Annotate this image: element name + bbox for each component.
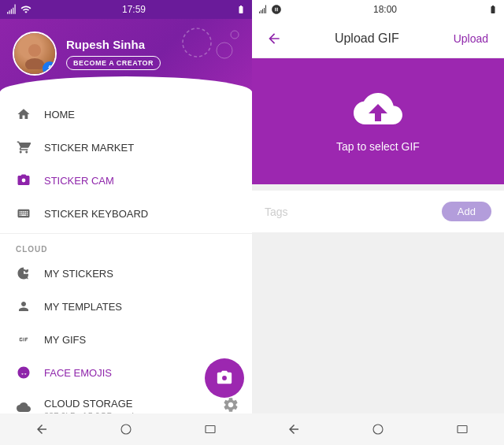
profile-name: Rupesh Sinha (66, 38, 161, 51)
recents-nav-right[interactable] (450, 417, 474, 441)
sidebar-item-my-stickers[interactable]: MY STICKERS (0, 257, 252, 290)
nav-divider-1 (0, 233, 252, 234)
cloud-icon (16, 399, 32, 413)
cloud-storage-label: CLOUD STORAGE (44, 398, 134, 410)
left-panel: 17:59 f Rupesh Sinha BECOME A CREAT (0, 0, 252, 445)
cloud-storage-text: CLOUD STORAGE 887.9kB of 5.0GB used (44, 398, 134, 413)
profile-info: Rupesh Sinha BECOME A CREATOR (66, 38, 161, 70)
right-status-icons (236, 5, 246, 14)
status-bar-right: 18:00 (252, 0, 504, 19)
right-battery-icons (488, 5, 498, 14)
sidebar-item-sticker-keyboard[interactable]: STICKER KEYBOARD (0, 197, 252, 230)
back-button[interactable] (261, 26, 287, 51)
decoration (181, 27, 244, 74)
sticker-cam-label: STICKER CAM (44, 175, 114, 187)
my-stickers-label: MY STICKERS (44, 268, 113, 280)
become-creator-button[interactable]: BECOME A CREATOR (66, 56, 161, 70)
right-panel: 18:00 Upload GIF Upload Tap to select GI… (252, 0, 504, 445)
sidebar-item-sticker-market[interactable]: STICKER MARKET (0, 131, 252, 164)
my-gifs-label: MY GIFS (44, 334, 86, 346)
camera-icon (16, 172, 32, 188)
home-icon (16, 106, 32, 122)
svg-rect-8 (458, 426, 467, 433)
cloud-section-label: CLOUD (0, 237, 252, 257)
svg-point-5 (121, 425, 131, 434)
svg-rect-6 (206, 426, 215, 433)
tap-to-select-text: Tap to select GIF (336, 140, 420, 153)
sidebar-item-my-gifs[interactable]: MY GIFS (0, 323, 252, 356)
my-templates-label: MY TEMPLATES (44, 301, 122, 313)
left-bottom-nav (0, 413, 252, 445)
right-left-icons (258, 4, 282, 15)
add-tags-button[interactable]: Add (442, 202, 491, 221)
sticker-icon (16, 265, 32, 281)
home-nav-right[interactable] (366, 417, 390, 441)
upload-area[interactable]: Tap to select GIF (252, 58, 504, 184)
sticker-market-label: STICKER MARKET (44, 142, 134, 154)
recents-nav-left[interactable] (198, 417, 222, 441)
sidebar-item-sticker-cam[interactable]: STICKER CAM (0, 164, 252, 197)
page-title: Upload GIF (287, 32, 447, 46)
svg-point-2 (231, 31, 239, 39)
fb-badge: f (43, 61, 57, 76)
camera-fab[interactable] (205, 358, 244, 398)
upload-action-button[interactable]: Upload (447, 29, 495, 48)
home-nav-left[interactable] (114, 417, 138, 441)
tags-placeholder: Tags (265, 206, 288, 218)
sticker-keyboard-label: STICKER KEYBOARD (44, 208, 148, 220)
right-content-spacer (252, 232, 504, 413)
upload-gif-header: Upload GIF Upload (252, 19, 504, 58)
cart-icon (16, 139, 32, 155)
cloud-upload-icon (353, 90, 403, 131)
svg-point-0 (183, 28, 211, 57)
keyboard-icon (16, 206, 32, 221)
sidebar-item-my-templates[interactable]: MY TEMPLATES (0, 290, 252, 323)
left-status-icons (6, 4, 32, 15)
right-bottom-nav (252, 413, 504, 445)
avatar: f (13, 32, 57, 76)
person-icon (16, 299, 32, 314)
left-time: 17:59 (122, 4, 146, 15)
back-nav-left[interactable] (30, 417, 54, 441)
svg-point-4 (25, 58, 44, 69)
status-bar-left: 17:59 (0, 0, 252, 19)
gif-icon (16, 332, 32, 347)
back-nav-right[interactable] (282, 417, 306, 441)
profile-header: f Rupesh Sinha BECOME A CREATOR (0, 19, 252, 91)
tags-section: Tags Add (252, 191, 504, 232)
settings-button[interactable] (222, 396, 239, 413)
sidebar-item-home[interactable]: HOME (0, 98, 252, 131)
right-time: 18:00 (373, 4, 397, 15)
svg-point-7 (373, 425, 383, 434)
face-emojis-label: FACE EMOJIS (44, 367, 112, 379)
emoji-icon (16, 365, 32, 380)
svg-point-1 (217, 43, 232, 58)
home-label: HOME (44, 109, 75, 121)
svg-point-3 (28, 44, 41, 57)
